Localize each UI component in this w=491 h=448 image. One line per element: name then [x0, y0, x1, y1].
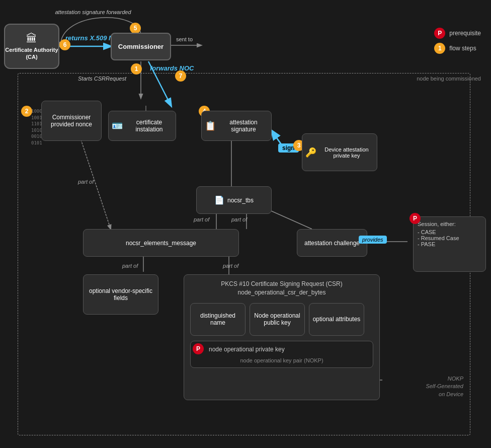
cert-install-label: certificate instalation [126, 119, 173, 133]
key-icon: 🔑 [305, 147, 316, 158]
prereq-session-badge: P [410, 213, 421, 224]
commissioner-nonce-label: Commissioner provided nonce [45, 114, 98, 128]
optional-attrs-box: optional attributes [309, 303, 364, 336]
session-resumed: - Resumed Case [418, 235, 481, 241]
nokp-area: P node operational private key node oper… [190, 341, 373, 368]
legend-flow-step: 1 flow steps [434, 43, 481, 54]
cert-install-box: 🪪 certificate instalation [108, 111, 176, 141]
part-of-2: part of [231, 216, 247, 222]
commissioner-label: Commissioner [118, 43, 163, 50]
provides-label: provides [359, 236, 387, 244]
commissioner-nonce-box: Commissioner provided nonce [41, 101, 102, 141]
part-of-nonce: part of [78, 179, 94, 185]
nokp-area-label: node operational key pair (NOKP) [195, 357, 369, 363]
sent-to-label: sent to [176, 36, 193, 42]
optional-vendor-label: optional vendor-specific fields [87, 287, 155, 302]
device-attest-label: Device attestation private key [319, 146, 374, 159]
commissioner-box: Commissioner [111, 33, 171, 60]
csr-title: PKCS #10 Certificate Signing Request (CS… [184, 275, 379, 299]
doc-icon: 📄 [214, 195, 224, 205]
nocsr-elements-label: nocsr_elements_message [126, 240, 196, 247]
session-pase: - PASE [418, 241, 481, 247]
bank-icon: 🏛 [26, 32, 37, 45]
attestation-sig-box: 📋 attestation signature [201, 111, 272, 141]
binary-pattern: 100010011101101000100101 [31, 108, 42, 146]
legend-prereq-label: prerequisite [449, 30, 481, 37]
step-7-badge: 7 [175, 70, 186, 82]
legend-flow-badge: 1 [434, 43, 445, 54]
legend-prereq-badge: P [434, 28, 445, 39]
node-op-privkey-label: node operational private key [209, 345, 369, 354]
nocsr-tbs-box: 📄 nocsr_tbs [196, 186, 272, 214]
step-1-badge: 1 [131, 63, 142, 74]
part-of-csr: part of [223, 263, 238, 269]
optional-vendor-box: optional vendor-specific fields [83, 274, 158, 315]
legend-flow-label: flow steps [449, 45, 476, 52]
attest-icon: 📋 [205, 120, 216, 131]
step-6-badge: 6 [59, 39, 70, 50]
step-5-badge: 5 [130, 23, 141, 34]
part-of-vendor: part of [122, 263, 138, 269]
legend: P prerequisite 1 flow steps [434, 28, 481, 58]
nokp-self-gen-label: NOKPSelf-Generatedon Device [426, 375, 463, 398]
nocsr-elements-box: nocsr_elements_message [83, 229, 239, 257]
attest-sig-label: attestation signature [219, 119, 268, 133]
nocsr-tbs-label: nocsr_tbs [227, 197, 254, 204]
session-case: - CASE [418, 229, 481, 235]
session-title: Session, either: [418, 221, 481, 227]
part-of-1: part of [194, 216, 209, 222]
node-op-pubkey-box: Node operational public key [250, 303, 305, 336]
distinguished-name-box: distinguished name [190, 303, 245, 336]
attest-challenge-label: attestation challenge [304, 240, 360, 247]
attest-sig-fwd-label: attestation signature forwarded [53, 9, 133, 15]
attest-challenge-box: attestation challenge [297, 229, 367, 257]
region-label: node being commissioned [417, 76, 481, 82]
session-box: P Session, either: - CASE - Resumed Case… [413, 216, 486, 272]
step-2-badge: 2 [21, 106, 32, 117]
diagram: node being commissioned [0, 0, 491, 448]
cert-install-icon: 🪪 [112, 120, 123, 131]
legend-prerequisite: P prerequisite [434, 28, 481, 39]
device-attest-box: 🔑 Device attestation private key [302, 133, 377, 171]
ca-box: 🏛 Certificate Authority (CA) [4, 24, 59, 69]
forwards-noc-label: forwards NOC [150, 64, 194, 72]
csr-fields-row: distinguished name Node operational publ… [184, 303, 379, 336]
csr-box: PKCS #10 Certificate Signing Request (CS… [184, 274, 380, 400]
starts-csr-label: Starts CSRRequest [78, 76, 126, 82]
ca-label: Certificate Authority (CA) [5, 46, 58, 61]
prereq-nokp-badge: P [193, 343, 204, 354]
